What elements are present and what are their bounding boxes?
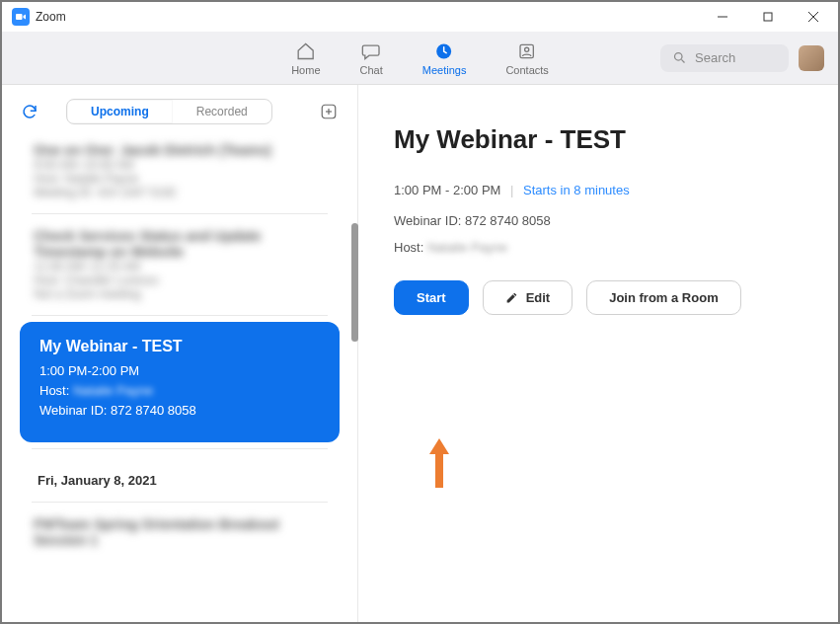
nav-contacts-label: Contacts <box>505 64 548 76</box>
detail-webinar-id-label: Webinar ID: <box>394 213 461 228</box>
nav-chat[interactable]: Chat <box>360 40 383 76</box>
tab-upcoming[interactable]: Upcoming <box>67 100 173 123</box>
list-item[interactable]: FWTeam Spring Orientation Breakout Sessi… <box>10 508 349 556</box>
meeting-list[interactable]: One on One: Jacob Dietrich (Teams) 9:00 … <box>2 134 357 622</box>
refresh-icon <box>21 103 38 120</box>
svg-rect-0 <box>16 14 23 20</box>
nav-home-label: Home <box>291 64 320 76</box>
meeting-title: My Webinar - TEST <box>39 338 320 355</box>
meeting-host-value: Natalie Payne <box>73 383 153 398</box>
home-icon <box>295 40 317 62</box>
search-placeholder: Search <box>695 50 735 65</box>
add-meeting-button[interactable] <box>318 101 340 122</box>
main-navbar: Home Chat Meetings Contacts <box>2 32 838 85</box>
detail-starts-in: Starts in 8 minutes <box>523 183 630 197</box>
list-item[interactable]: Check Services Status and Update Timesta… <box>10 220 349 309</box>
detail-title: My Webinar - TEST <box>394 124 802 155</box>
zoom-app-icon <box>12 8 30 26</box>
detail-host-label: Host: <box>394 240 423 255</box>
nav-contacts[interactable]: Contacts <box>505 40 548 76</box>
clock-icon <box>433 40 455 62</box>
svg-point-8 <box>675 53 683 61</box>
meeting-card-selected[interactable]: My Webinar - TEST 1:00 PM-2:00 PM Host: … <box>20 322 340 442</box>
chat-icon <box>360 40 382 62</box>
sidebar: Upcoming Recorded One on One: Jacob Diet… <box>2 85 358 622</box>
edit-button[interactable]: Edit <box>483 280 573 315</box>
nav-meetings[interactable]: Meetings <box>422 40 467 76</box>
meeting-detail-panel: My Webinar - TEST 1:00 PM - 2:00 PM | St… <box>358 85 838 622</box>
window-maximize-button[interactable] <box>745 2 791 32</box>
meeting-time: 1:00 PM-2:00 PM <box>39 363 320 378</box>
window-titlebar: Zoom <box>2 2 838 32</box>
nav-home[interactable]: Home <box>291 40 320 76</box>
window-minimize-button[interactable] <box>700 2 745 32</box>
search-icon <box>672 50 687 65</box>
search-input[interactable]: Search <box>660 44 789 72</box>
contacts-icon <box>516 40 538 62</box>
svg-point-7 <box>525 47 529 51</box>
refresh-button[interactable] <box>20 102 39 121</box>
pencil-icon <box>505 291 518 304</box>
detail-time-range: 1:00 PM - 2:00 PM <box>394 183 500 197</box>
join-from-room-button[interactable]: Join from a Room <box>586 280 741 315</box>
nav-chat-label: Chat <box>360 64 383 76</box>
scrollbar-thumb[interactable] <box>351 223 358 342</box>
meeting-host-label: Host: <box>39 383 69 398</box>
edit-button-label: Edit <box>526 290 551 305</box>
list-item[interactable]: One on One: Jacob Dietrich (Teams) 9:00 … <box>10 134 349 207</box>
meeting-id-value: 872 8740 8058 <box>111 403 196 418</box>
svg-rect-2 <box>764 13 772 21</box>
start-button[interactable]: Start <box>394 280 469 315</box>
user-avatar[interactable] <box>799 45 824 71</box>
window-close-button[interactable] <box>791 2 836 32</box>
tab-recorded[interactable]: Recorded <box>173 100 271 123</box>
separator: | <box>510 183 513 197</box>
window-title: Zoom <box>36 10 66 24</box>
detail-webinar-id: 872 8740 8058 <box>465 213 551 228</box>
svg-line-9 <box>681 59 684 62</box>
date-heading: Fri, January 8, 2021 <box>10 455 349 496</box>
nav-meetings-label: Meetings <box>422 64 467 76</box>
upcoming-recorded-tabs: Upcoming Recorded <box>66 99 272 124</box>
meeting-id-label: Webinar ID: <box>39 403 107 418</box>
detail-host-value: Natalie Payne <box>427 240 507 255</box>
plus-icon <box>320 103 338 120</box>
